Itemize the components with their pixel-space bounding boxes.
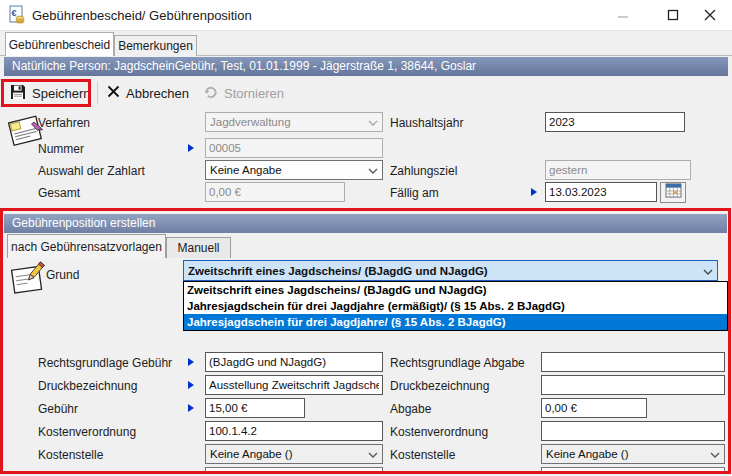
kostenverordnung-links-field[interactable]: [205, 421, 383, 441]
field-marker-arrow: [531, 188, 537, 196]
close-button[interactable]: [687, 0, 732, 30]
undo-circle-icon: [203, 84, 218, 102]
clipped-field: [541, 467, 725, 473]
toolbar-separator: [97, 81, 98, 104]
kostenstelle-rechts-value: Keine Angabe (): [546, 448, 710, 460]
nummer-label: Nummer: [38, 142, 84, 156]
x-icon: [107, 85, 120, 101]
grund-label: Grund: [46, 268, 79, 282]
cancel-button-label: Abbrechen: [126, 86, 189, 101]
position-section-header: Gebührenposition erstellen: [4, 214, 727, 233]
rechtsgrundlage-gebuehr-label: Rechtsgrundlage Gebühr: [38, 356, 172, 370]
field-marker-arrow: [188, 358, 194, 366]
save-button-label: Speichern: [32, 86, 91, 101]
cancel-button[interactable]: Abbrechen: [107, 82, 189, 104]
rechtsgrundlage-abgabe-field[interactable]: [541, 352, 725, 372]
verfahren-value: Jagdverwaltung: [210, 116, 368, 128]
abgabe-label: Abgabe: [390, 402, 431, 416]
druckbezeichnung-links-label: Druckbezeichnung: [38, 379, 137, 393]
tab-nach-gebuehrensatzvorlagen[interactable]: nach Gebührensatzvorlagen: [7, 234, 166, 258]
grund-option[interactable]: Zweitschrift eines Jagdscheins/ (BJagdG …: [184, 282, 727, 298]
gebuehr-field[interactable]: [205, 398, 305, 418]
haushaltsjahr-field[interactable]: [545, 112, 685, 132]
person-header-bar: Natürliche Person: JagdscheinGebühr, Tes…: [4, 57, 728, 76]
kostenverordnung-links-label: Kostenverordnung: [38, 425, 136, 439]
zahlart-select[interactable]: Keine Angabe: [205, 160, 383, 180]
note-pencil-icon: [8, 259, 48, 303]
tab-label: Manuell: [177, 241, 219, 255]
svg-text:€: €: [12, 8, 17, 18]
window-title: Gebührenbescheid/ Gebührenposition: [32, 8, 252, 23]
kostenverordnung-rechts-field[interactable]: [541, 421, 725, 441]
druckbezeichnung-rechts-label: Druckbezeichnung: [390, 379, 489, 393]
calendar-icon: [665, 183, 682, 202]
grund-option-selected[interactable]: Jahresjagdschein für drei Jagdjahre/ (§ …: [184, 314, 727, 330]
field-marker-arrow: [188, 381, 194, 389]
storno-button[interactable]: Stornieren: [203, 82, 284, 104]
rechtsgrundlage-abgabe-label: Rechtsgrundlage Abgabe: [390, 356, 525, 370]
grund-value: Zweitschrift eines Jagdscheins/ (BJagdG …: [188, 265, 703, 277]
clipped-field: [205, 467, 383, 473]
haushaltsjahr-label: Haushaltsjahr: [390, 116, 463, 130]
gesamt-field[interactable]: [205, 182, 345, 202]
kostenstelle-links-value: Keine Angabe (): [210, 448, 368, 460]
floppy-disk-icon: [10, 84, 26, 103]
date-picker-button[interactable]: [660, 182, 686, 203]
field-marker-arrow: [188, 404, 194, 412]
zahlungsziel-field[interactable]: [545, 160, 691, 180]
druckbezeichnung-links-field[interactable]: [205, 375, 383, 395]
gesamt-label: Gesamt: [38, 186, 80, 200]
chevron-down-icon: [368, 116, 378, 128]
rechtsgrundlage-gebuehr-field[interactable]: [205, 352, 383, 372]
tab-manuell[interactable]: Manuell: [166, 237, 231, 258]
gebuehr-label: Gebühr: [38, 402, 78, 416]
abgabe-field[interactable]: [541, 398, 647, 418]
verfahren-label: Verfahren: [38, 116, 90, 130]
tab-bemerkungen[interactable]: Bemerkungen: [114, 35, 197, 56]
chevron-down-icon: [368, 164, 378, 176]
chevron-down-icon: [703, 265, 713, 277]
druckbezeichnung-rechts-field[interactable]: [541, 375, 725, 395]
storno-button-label: Stornieren: [224, 86, 284, 101]
euro-document-icon: €: [7, 5, 27, 29]
kostenstelle-rechts-select[interactable]: Keine Angabe (): [541, 444, 725, 464]
chevron-down-icon: [368, 448, 378, 460]
zahlungsziel-label: Zahlungsziel: [390, 164, 457, 178]
tab-label: nach Gebührensatzvorlagen: [11, 240, 162, 254]
grund-option[interactable]: Jahresjagdschein für drei Jagdjahre (erm…: [184, 298, 727, 314]
tab-label: Bemerkungen: [118, 39, 193, 53]
verfahren-select[interactable]: Jagdverwaltung: [205, 112, 383, 132]
zahlart-label: Auswahl der Zahlart: [38, 164, 145, 178]
minimize-button[interactable]: [600, 0, 645, 30]
kostenstelle-links-label: Kostenstelle: [38, 448, 103, 462]
window: € Gebührenbescheid/ Gebührenposition Geb…: [0, 0, 732, 476]
kostenstelle-rechts-label: Kostenstelle: [390, 448, 455, 462]
grund-select[interactable]: Zweitschrift eines Jagdscheins/ (BJagdG …: [183, 260, 718, 281]
faellig-am-label: Fällig am: [390, 186, 439, 200]
faellig-am-field[interactable]: [545, 182, 657, 202]
save-button[interactable]: Speichern: [10, 82, 91, 104]
zahlart-value: Keine Angabe: [210, 164, 368, 176]
chevron-down-icon: [710, 448, 720, 460]
field-marker-arrow: [188, 144, 194, 152]
tab-gebuehrenbescheid[interactable]: Gebührenbescheid: [5, 32, 114, 56]
grund-dropdown-list: Zweitschrift eines Jagdscheins/ (BJagdG …: [183, 281, 728, 331]
tab-label: Gebührenbescheid: [9, 38, 110, 52]
kostenstelle-links-select[interactable]: Keine Angabe (): [205, 444, 383, 464]
kostenverordnung-rechts-label: Kostenverordnung: [390, 425, 488, 439]
nummer-field[interactable]: [205, 138, 383, 158]
